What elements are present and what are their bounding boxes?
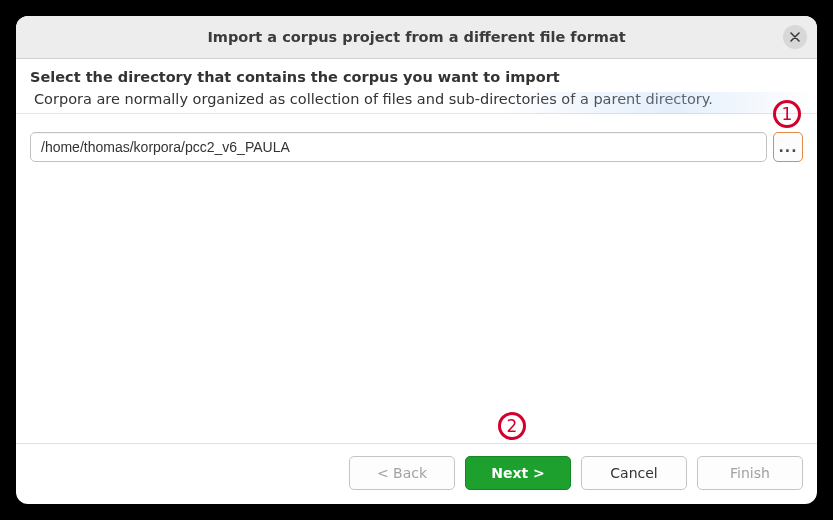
back-button: < Back (349, 456, 455, 490)
directory-row: ... (30, 132, 803, 162)
next-button[interactable]: Next > (465, 456, 571, 490)
page-heading: Select the directory that contains the c… (30, 69, 803, 85)
directory-input[interactable] (30, 132, 767, 162)
footer: < Back Next > Cancel Finish (16, 443, 817, 504)
header-area: Select the directory that contains the c… (16, 59, 817, 113)
ellipsis-icon: ... (779, 139, 798, 155)
cancel-button[interactable]: Cancel (581, 456, 687, 490)
wizard-dialog: Import a corpus project from a different… (16, 16, 817, 504)
annotation-callout-1: 1 (773, 100, 801, 128)
annotation-callout-2: 2 (498, 412, 526, 440)
browse-button[interactable]: ... (773, 132, 803, 162)
close-button[interactable] (783, 25, 807, 49)
titlebar: Import a corpus project from a different… (16, 16, 817, 59)
close-icon (790, 32, 800, 42)
dialog-title: Import a corpus project from a different… (207, 29, 625, 45)
finish-button: Finish (697, 456, 803, 490)
page-subtext: Corpora are normally organized as collec… (30, 91, 803, 107)
content-area: ... (16, 113, 817, 443)
